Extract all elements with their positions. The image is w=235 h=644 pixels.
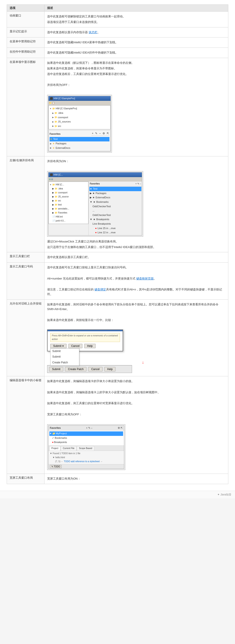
tree-label: test <box>58 203 62 206</box>
ws-tab-current-file[interactable]: Current File <box>61 446 76 450</box>
tree-label: Favorites <box>58 211 67 214</box>
fav-label: Line 22 in ...mve <box>98 231 116 235</box>
create-patch-flat-btn[interactable]: Create Patch <box>65 367 86 372</box>
ws-item-label: MyProject <box>56 432 67 436</box>
expand-icon: ▼ <box>50 107 52 110</box>
fav-label: Line 25 in ...mve <box>98 226 116 230</box>
fav-item[interactable]: ▶ ★ ExternalDocs <box>89 196 141 200</box>
cancel-flat-btn[interactable]: Cancel <box>88 367 102 372</box>
status-bar-link[interactable]: 状态栏 <box>89 30 97 34</box>
ws-todo-content: ▼ Found 1 TODO item in 1 file ▼ hello.ht… <box>49 451 124 464</box>
dialog-demo-area: Press Alt+Shift+Enter to expand or use a… <box>47 330 225 373</box>
flat-buttons-row: Submit Create Patch Cancel Help <box>47 366 132 373</box>
submit-split-btn[interactable]: Submit ▾ <box>50 344 67 348</box>
fav-add-btn[interactable]: + <box>91 132 94 135</box>
tree-item: ▶ 📁 annotatio... <box>52 207 87 211</box>
col1-header: 选项 <box>7 5 45 12</box>
fav-item[interactable]: ... <box>92 208 141 213</box>
expand-icon: ▶ <box>52 207 54 210</box>
fav-item[interactable]: ★ Test <box>50 137 109 142</box>
keyboard-bind-link[interactable]: 键盘绑定 <box>95 288 106 291</box>
widescreen-demo: Favorites + ✎ – ⚙ ⇱ ▼ 📁 <box>48 426 124 469</box>
fav-item[interactable]: ● Line 25 in ...mve <box>95 226 141 231</box>
row-label: 在菜单项中显示图标 <box>7 58 45 156</box>
dropdown-item-submit2[interactable]: Submit <box>51 354 79 360</box>
dialog-hint: Press Alt+Shift+Enter to expand or use a… <box>50 333 120 342</box>
favorites-label: Favorites <box>50 132 61 136</box>
help-btn[interactable]: Help <box>84 344 96 348</box>
tree-item: ▶ 📁 Favorites <box>52 211 87 215</box>
breakpoint-icon: ● <box>95 231 97 235</box>
fav-item[interactable]: ▼ ★ Breakpoints <box>89 217 141 222</box>
fav-item[interactable]: ★ Test <box>89 187 141 191</box>
fav-settings-btn[interactable]: ⚙ <box>102 132 105 135</box>
star-icon: ★ <box>93 196 95 200</box>
row-desc: 如果选中此复选框（默认情况下），图标将显示在菜单命令的左侧。 如果未选中此复选框… <box>45 58 228 156</box>
expand-icon: ▶ <box>90 196 92 200</box>
expand-icon: ▶ <box>52 203 54 206</box>
down-arrow: ↓ <box>61 360 225 364</box>
dropdown-item-create-patch[interactable]: Create Patch <box>51 360 79 366</box>
fav-label: OddCheckerTest <box>93 204 111 208</box>
submit-flat-btn[interactable]: Submit <box>49 367 63 372</box>
row-label: 允许在对话框上合并按钮 <box>7 300 45 376</box>
main-content: 选项 描述 动画窗口 选中此复选框可使解除锁定的工具窗口与动画效果一起滑动。 该… <box>0 0 235 491</box>
cancel-btn[interactable]: Cancel <box>68 344 82 348</box>
fav-item[interactable]: OddCheckerTest <box>92 213 141 218</box>
toolbar-icon: 📁 <box>49 101 52 105</box>
expand-icon: ▶ <box>52 187 54 190</box>
dialog-box: Press Alt+Shift+Enter to expand or use a… <box>47 330 123 351</box>
two-panel-area: ▼ 📁 HW [C... ▶ 📁 .idea <box>49 182 142 235</box>
fav-item[interactable]: ▼ ★ Bookmarks <box>89 200 141 204</box>
tree-label: covreport <box>58 191 68 194</box>
ws-tab-project[interactable]: Project <box>49 446 60 450</box>
todo-file-icon: ▼ <box>53 456 55 459</box>
ws-tree-item[interactable]: ● Breakpoints <box>52 440 123 444</box>
todo-button[interactable]: ✎ TODO <box>50 465 62 468</box>
expand-icon: ▶ <box>52 116 54 119</box>
table-row: 显示工具窗口栏 选中此复选框以显示工具窗口栏。 <box>7 252 228 262</box>
tree-item: 📄 junit-4.0... <box>52 219 87 223</box>
fav-item[interactable]: ● Line 22 in ...mve <box>95 230 141 235</box>
page-container: 选项 描述 动画窗口 选中此复选框可使解除锁定的工具窗口与动画效果一起滑动。 该… <box>0 0 235 498</box>
ws-tree-item[interactable]: ▼ 📁 MyProject <box>49 432 123 436</box>
star-icon: ★ <box>53 142 55 146</box>
star-icon: ★ <box>53 146 55 150</box>
dropdown-item-submit1[interactable]: Submit <box>51 348 79 354</box>
split-dropdown-menu: Submit Submit Create Patch <box>50 348 79 366</box>
fav-label: ... <box>93 209 95 213</box>
keyboard-map-link[interactable]: 键盘映射页面 <box>136 277 154 280</box>
fav-expand-btn[interactable]: ⇱ <box>106 132 109 135</box>
todo-link[interactable]: TODO add reference to a stylesheet <box>64 460 100 463</box>
fav-item[interactable]: ▶ ★ Packages <box>50 142 109 146</box>
fav-item[interactable]: ▶ ★ ExternalDocs <box>50 146 109 150</box>
fav-remove-btn[interactable]: – <box>99 132 101 135</box>
expand-icon: ▶ <box>90 192 92 196</box>
fav-edit-btn[interactable]: ✎ <box>95 132 98 135</box>
ws-tree-item[interactable]: ✓ Bookmarks <box>52 436 123 440</box>
dialog-btn-row: Submit ▾ Submit Submit Create Patch <box>50 343 120 349</box>
ws-item-label: ✓ Bookmarks <box>52 436 67 440</box>
fav-label: Line Breakpoints <box>93 222 111 226</box>
todo-detail-item[interactable]: (7, 5) ← TODO add reference to a stylesh… <box>55 460 123 464</box>
fav-item-label: ExternalDocs <box>56 146 70 150</box>
ide-titlebar: ⬛ HW [C:\SamplePro] <box>49 96 111 101</box>
folder-icon: 📁 <box>55 207 57 210</box>
fav-item[interactable]: Line Breakpoints <box>92 222 141 226</box>
ws-tab-scope-based[interactable]: Scope Based <box>77 446 94 450</box>
tree-item-label: JS_sources <box>58 120 71 124</box>
fav-label: Bookmarks <box>96 200 109 204</box>
file-icon: 📄 <box>52 215 55 218</box>
tree-label: .idea <box>58 187 63 190</box>
table-row: 显示记忆提示 选中此复选框以显示内存指示器 状态栏。 <box>7 27 228 38</box>
fav-item[interactable]: ▶ ★ Packages <box>89 191 141 196</box>
expand-icon: ▶ <box>52 195 54 198</box>
expand-icon: ▶ <box>52 112 54 115</box>
fav-item[interactable]: OddCheckerTest <box>92 204 141 209</box>
fav-label: Test <box>93 187 97 191</box>
help-flat-btn[interactable]: Help <box>104 367 116 372</box>
todo-file-item[interactable]: ▼ hello.html <box>53 456 123 460</box>
row-desc: 如果选中此复选框，则对话框中的多个命令将使用向下箭头分组在单个按钮上。您可以通过… <box>45 300 228 376</box>
table-row: 在菜单项中显示图标 如果选中此复选框（默认情况下），图标将显示在菜单命令的左侧。… <box>7 58 228 156</box>
folder-icon: 📁 <box>55 211 57 214</box>
